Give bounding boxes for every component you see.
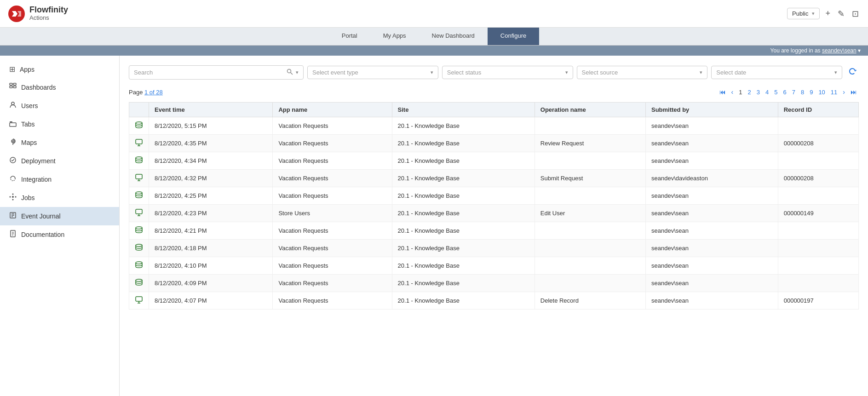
source-select[interactable]: Select source ▾ (577, 66, 708, 79)
search-input[interactable] (134, 69, 284, 76)
table-row[interactable]: 8/12/2020, 4:23 PMStore Users20.1 - Know… (129, 205, 859, 222)
row-operation-name (535, 240, 645, 257)
page-prev-button[interactable]: ‹ (730, 87, 736, 97)
page-num-9[interactable]: 9 (808, 88, 815, 97)
sidebar-item-jobs[interactable]: Jobs (0, 189, 119, 207)
col-app-name: App name (273, 103, 392, 117)
table-row[interactable]: 8/12/2020, 4:25 PMVacation Requests20.1 … (129, 187, 859, 205)
date-select[interactable]: Select date ▾ (711, 66, 842, 79)
tab-myapps[interactable]: My Apps (370, 28, 419, 45)
svg-rect-1 (10, 83, 12, 85)
svg-point-12 (12, 194, 14, 195)
tab-newdashboard[interactable]: New Dashboard (419, 28, 488, 45)
sidebar-label-users: Users (21, 102, 38, 109)
row-record-id: 000000149 (778, 205, 858, 222)
logo-area: Flowfinity Actions (7, 5, 68, 23)
svg-rect-4 (13, 86, 16, 88)
row-app-name: Vacation Requests (273, 222, 392, 240)
page-num-6[interactable]: 6 (781, 88, 788, 97)
table-row[interactable]: 8/12/2020, 4:10 PMVacation Requests20.1 … (129, 257, 859, 275)
apps-icon: ⊞ (9, 65, 15, 74)
sidebar-item-eventjournal[interactable]: Event Journal (0, 207, 119, 225)
row-site: 20.1 - Knowledge Base (392, 222, 535, 240)
table-row[interactable]: 8/12/2020, 4:34 PMVacation Requests20.1 … (129, 152, 859, 170)
jobs-icon (9, 193, 17, 202)
page-num-8[interactable]: 8 (799, 88, 806, 97)
event-journal-table: Event time App name Site Operation name … (129, 102, 859, 310)
col-site: Site (392, 103, 535, 117)
db-icon (135, 191, 143, 199)
page-num-10[interactable]: 10 (816, 88, 827, 97)
page-num-7[interactable]: 7 (790, 88, 797, 97)
page-num-4[interactable]: 4 (764, 88, 770, 97)
sidebar-label-documentation: Documentation (21, 231, 64, 238)
row-site: 20.1 - Knowledge Base (392, 152, 535, 170)
status-select[interactable]: Select status ▾ (442, 66, 573, 79)
maps-icon (9, 138, 17, 147)
table-row[interactable]: 8/12/2020, 4:35 PMVacation Requests20.1 … (129, 135, 859, 152)
sidebar-item-maps[interactable]: Maps (0, 133, 119, 152)
event-type-chevron: ▾ (431, 69, 433, 75)
expand-button[interactable]: ⊡ (850, 7, 861, 21)
sidebar-item-documentation[interactable]: Documentation (0, 225, 119, 244)
col-record-id: Record ID (778, 103, 858, 117)
table-row[interactable]: 8/12/2020, 4:18 PMVacation Requests20.1 … (129, 240, 859, 257)
sidebar-label-jobs: Jobs (21, 194, 35, 201)
table-row[interactable]: 8/12/2020, 4:07 PMVacation Requests20.1 … (129, 292, 859, 310)
event-type-select[interactable]: Select event type ▾ (307, 66, 438, 79)
svg-rect-35 (136, 209, 142, 214)
sidebar-item-apps[interactable]: ⊞ Apps (0, 60, 119, 78)
row-submitted-by: seandev\sean (645, 257, 778, 275)
table-row[interactable]: 8/12/2020, 4:32 PMVacation Requests20.1 … (129, 170, 859, 187)
row-operation-name: Review Request (535, 135, 645, 152)
login-prefix: You are logged in as (770, 47, 822, 54)
table-row[interactable]: 8/12/2020, 4:21 PMVacation Requests20.1 … (129, 222, 859, 240)
page-last-button[interactable]: ⏭ (849, 87, 859, 97)
sidebar-item-users[interactable]: Users (0, 97, 119, 115)
row-event-time: 8/12/2020, 5:15 PM (149, 117, 273, 135)
sidebar-item-deployment[interactable]: Deployment (0, 152, 119, 170)
flowfinity-logo (7, 5, 26, 23)
svg-point-39 (136, 244, 142, 247)
sidebar-item-dashboards[interactable]: Dashboards (0, 78, 119, 97)
sidebar-label-eventjournal: Event Journal (21, 212, 61, 220)
search-box[interactable]: ▾ (129, 65, 304, 80)
row-event-time: 8/12/2020, 4:21 PM (149, 222, 273, 240)
page-first-button[interactable]: ⏮ (718, 87, 728, 97)
page-num-5[interactable]: 5 (772, 88, 779, 97)
row-site: 20.1 - Knowledge Base (392, 257, 535, 275)
tab-portal[interactable]: Portal (329, 28, 370, 45)
page-current-link[interactable]: 1 of 28 (144, 89, 163, 96)
page-num-3[interactable]: 3 (755, 88, 762, 97)
row-record-id (778, 275, 858, 292)
page-num-2[interactable]: 2 (746, 88, 753, 97)
login-user[interactable]: seandev\sean (822, 47, 857, 54)
row-record-id (778, 222, 858, 240)
row-record-id (778, 152, 858, 170)
row-record-id (778, 257, 858, 275)
sidebar-item-tabs[interactable]: Tabs (0, 115, 119, 133)
row-event-time: 8/12/2020, 4:18 PM (149, 240, 273, 257)
row-event-time: 8/12/2020, 4:09 PM (149, 275, 273, 292)
tab-configure[interactable]: Configure (488, 28, 539, 45)
row-event-time: 8/12/2020, 4:35 PM (149, 135, 273, 152)
page-next-button[interactable]: › (841, 87, 847, 97)
table-row[interactable]: 8/12/2020, 4:09 PMVacation Requests20.1 … (129, 275, 859, 292)
row-site: 20.1 - Knowledge Base (392, 170, 535, 187)
edit-button[interactable]: ✎ (836, 7, 846, 21)
add-button[interactable]: + (823, 7, 832, 20)
tabs-icon (9, 120, 17, 129)
row-submitted-by: seandev\sean (645, 205, 778, 222)
page-num-11[interactable]: 11 (829, 88, 839, 97)
row-site: 20.1 - Knowledge Base (392, 187, 535, 205)
monitor-icon (135, 296, 143, 304)
public-select[interactable]: Public ▾ (787, 8, 820, 19)
row-site: 20.1 - Knowledge Base (392, 240, 535, 257)
refresh-button[interactable] (846, 65, 859, 80)
svg-rect-31 (136, 174, 142, 179)
col-submitted-by: Submitted by (645, 103, 778, 117)
sidebar-item-integration[interactable]: Integration (0, 170, 119, 189)
table-row[interactable]: 8/12/2020, 5:15 PMVacation Requests20.1 … (129, 117, 859, 135)
page-num-1[interactable]: 1 (737, 88, 744, 97)
date-placeholder: Select date (716, 69, 746, 76)
